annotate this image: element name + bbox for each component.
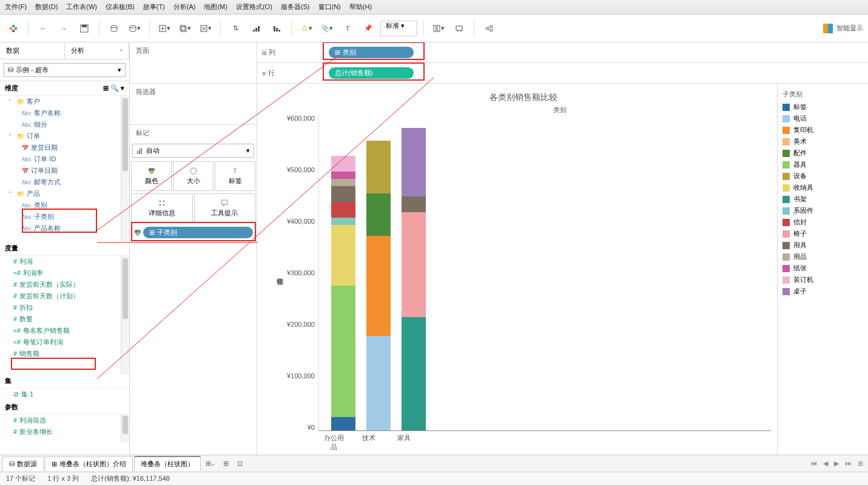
legend-item-复印机[interactable]: 复印机 (782, 124, 863, 136)
set-1[interactable]: ⊘集 1 (0, 389, 129, 400)
seg-书架[interactable] (402, 317, 426, 430)
swap-button[interactable]: ⇅ (227, 20, 244, 37)
menu-worksheet[interactable]: 工作表(W) (66, 2, 97, 12)
meas-profitratio[interactable]: =#利润率 (0, 267, 129, 279)
new-worksheet-button[interactable]: ⊞₊ (202, 457, 218, 470)
search-icon[interactable]: 🔍 (110, 84, 119, 92)
tab-datasource[interactable]: ⛁数据源 (2, 457, 44, 471)
legend-item-纸张[interactable]: 纸张 (782, 263, 863, 274)
legend-item-桌子[interactable]: 桌子 (782, 286, 863, 297)
dim-shipdate[interactable]: 📅发货日期 (0, 142, 129, 153)
mark-tooltip-button[interactable]: 工具提示 (194, 193, 256, 223)
columns-shelf[interactable]: iii列 ⊞类别 (257, 42, 868, 63)
mark-type-selector[interactable]: 自动▾ (132, 144, 254, 158)
pin-button[interactable]: 📌 (360, 20, 377, 37)
back-button[interactable]: ← (35, 20, 52, 37)
menu-dashboard[interactable]: 仪表板(B) (106, 2, 135, 12)
meas-discount[interactable]: #折扣 (0, 302, 129, 313)
dim-folder-customer[interactable]: ˅📁客户 (0, 96, 129, 107)
legend-item-标签[interactable]: 标签 (782, 101, 863, 113)
dim-orderid[interactable]: Abc订单 ID (0, 153, 129, 165)
mark-color-button[interactable]: 颜色 (131, 161, 172, 191)
bar-技术[interactable] (366, 141, 391, 430)
dim-folder-order[interactable]: ˅📁订单 (0, 130, 129, 142)
meas-profit[interactable]: #利润 (0, 256, 129, 267)
seg-复印机[interactable] (366, 236, 391, 336)
sort-desc-button[interactable] (268, 20, 285, 37)
dim-subcategory[interactable]: Abc子类别 (0, 211, 129, 222)
param-new-biz[interactable]: #新业务增长 (0, 426, 129, 438)
share-button[interactable] (480, 20, 497, 37)
seg-用具[interactable] (331, 186, 355, 202)
sort-asc-button[interactable] (247, 20, 264, 37)
menu-format[interactable]: 设置格式(O) (236, 2, 272, 12)
highlight-button[interactable]: ▾ (298, 20, 315, 37)
color-pill-subcategory[interactable]: ⊞子类别 (143, 227, 253, 238)
legend-item-椅子[interactable]: 椅子 (782, 228, 863, 239)
bars-area[interactable] (318, 115, 771, 431)
show-me-button[interactable]: 智能显示 (823, 24, 863, 33)
seg-电话[interactable] (366, 336, 391, 430)
bar-办公用品[interactable] (331, 156, 355, 430)
dim-customer-name[interactable]: Abc客户名称 (0, 107, 129, 119)
legend-item-美术[interactable]: 美术 (782, 136, 863, 147)
seg-标签[interactable] (331, 417, 355, 430)
fit-selector[interactable]: 标准 ▾ (380, 21, 417, 36)
tab-analytics[interactable]: 分析 ◦ (65, 42, 130, 59)
tab-list-button[interactable]: ⊞ (855, 458, 866, 469)
datasource-selector[interactable]: ⛁ 示例 - 超市 ▾ (4, 63, 126, 77)
param-profit-filter[interactable]: #利润筛选 (0, 415, 129, 426)
seg-配件[interactable] (366, 193, 391, 235)
seg-用具[interactable] (402, 196, 426, 212)
tab-data[interactable]: 数据 (0, 42, 65, 59)
legend-item-用品[interactable]: 用品 (782, 251, 863, 263)
legend-item-用具[interactable]: 用具 (782, 239, 863, 251)
seg-器具[interactable] (331, 286, 355, 417)
forward-button[interactable]: → (55, 20, 72, 37)
seg-装订机[interactable] (331, 156, 355, 172)
legend-item-设备[interactable]: 设备 (782, 170, 863, 182)
meas-quantity[interactable]: #数量 (0, 313, 129, 325)
dim-productname[interactable]: Abc产品名称 (0, 222, 129, 234)
legend-item-器具[interactable]: 器具 (782, 159, 863, 170)
dim-scrollbar[interactable] (121, 96, 129, 241)
legend-item-系固件[interactable]: 系固件 (782, 205, 863, 216)
menu-help[interactable]: 帮助(H) (349, 2, 372, 12)
menu-file[interactable]: 文件(F) (5, 2, 27, 12)
group-button[interactable]: 📎▾ (318, 20, 335, 37)
seg-椅子[interactable] (402, 212, 426, 318)
mark-detail-button[interactable]: 详细信息 (131, 193, 193, 223)
pages-shelf[interactable] (130, 59, 257, 83)
dim-orderdate[interactable]: 📅订单日期 (0, 165, 129, 176)
mark-label-button[interactable]: T标签 (215, 161, 255, 191)
dim-shipmode[interactable]: Abc邮寄方式 (0, 176, 129, 188)
seg-纸张[interactable] (331, 172, 355, 179)
tab-intro[interactable]: ⊞堆叠条（柱状图）介绍 (45, 457, 133, 471)
menu-window[interactable]: 窗口(N) (318, 2, 341, 12)
new-story-button[interactable]: ⊡ (234, 457, 246, 470)
dim-hier-product[interactable]: ˅📁产品 (0, 188, 129, 199)
param-scrollbar[interactable] (121, 415, 129, 443)
seg-系固件[interactable] (331, 218, 355, 225)
new-dashboard-button[interactable]: ⊞ (220, 457, 232, 470)
meas-daystoship-actual[interactable]: #发货前天数（实际） (0, 279, 129, 290)
meas-profitperorder[interactable]: =#每笔订单利润 (0, 336, 129, 348)
menu-data[interactable]: 数据(D) (35, 2, 58, 12)
meas-daystoship-sched[interactable]: #发货前天数（计划） (0, 290, 129, 302)
seg-设备[interactable] (366, 141, 391, 193)
refresh-button[interactable]: ▾ (126, 20, 143, 37)
first-tab-button[interactable]: ⏮ (808, 458, 819, 469)
seg-信封[interactable] (331, 202, 355, 218)
dim-category[interactable]: Abc类别 (0, 199, 129, 211)
rows-pill-sumsales[interactable]: 总计(销售额) (329, 67, 414, 79)
rows-shelf[interactable]: ≡行 总计(销售额) (257, 63, 868, 84)
filters-shelf[interactable] (130, 100, 257, 124)
tab-stacked-bar[interactable]: 堆叠条（柱状图） (134, 456, 201, 471)
meas-sales[interactable]: #销售额 (0, 348, 129, 360)
columns-pill-category[interactable]: ⊞类别 (329, 47, 414, 58)
seg-用品[interactable] (331, 179, 355, 186)
new-datasource-button[interactable] (106, 20, 123, 37)
label-button[interactable]: T (339, 20, 356, 37)
menu-story[interactable]: 故事(T) (143, 2, 165, 12)
dim-segment[interactable]: Abc细分 (0, 119, 129, 130)
